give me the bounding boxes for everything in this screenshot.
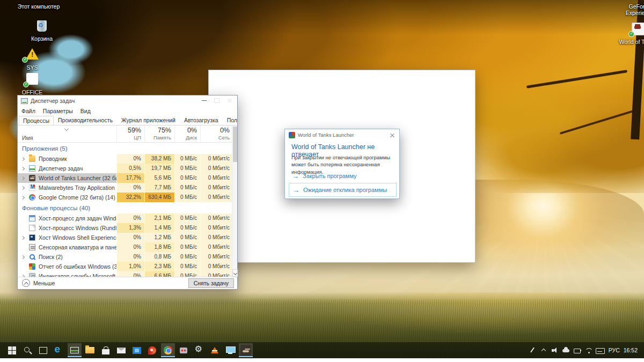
photos-icon[interactable] — [130, 343, 144, 357]
tab-0[interactable]: Процессы — [19, 116, 54, 125]
column-name[interactable]: Имя — [18, 125, 116, 142]
process-row[interactable]: Проводник0%38,2 МБ0 МБ/с0 Мбит/с — [18, 154, 233, 164]
expand-chevron-icon — [21, 235, 25, 239]
scrollbar[interactable] — [232, 125, 237, 277]
maximize-icon[interactable] — [210, 95, 223, 105]
edge-icon[interactable] — [52, 343, 66, 357]
column-disk[interactable]: 0% Диск — [174, 125, 200, 142]
volume-icon[interactable] — [551, 346, 559, 354]
process-name: Диспетчер задач — [39, 165, 83, 172]
fewer-details-label: Меньше — [33, 280, 55, 286]
cpu-value-cell: 0% — [116, 213, 144, 223]
clock[interactable]: 16:52 — [624, 347, 638, 353]
vlc-icon[interactable] — [208, 343, 222, 357]
check-badge-icon — [23, 82, 29, 87]
process-name: Malwarebytes Tray Application (32 бита) — [39, 184, 116, 191]
column-memory[interactable]: 75% Память — [144, 125, 174, 142]
display-app-glyph — [226, 346, 235, 354]
not-responding-dialog[interactable]: World of Tanks Launcher World of Tanks L… — [284, 129, 400, 199]
desktop-icon-sys[interactable]: SYS — [10, 47, 55, 71]
task-manager-window[interactable]: Диспетчер задач ФайлПараметрыВид Процесс… — [17, 95, 238, 290]
world-of-tanks-icon[interactable] — [239, 343, 253, 357]
process-row[interactable]: Хост-процесс Windows (Rundll32)1,3%1,4 М… — [18, 223, 233, 233]
end-task-button[interactable]: Снять задачу — [188, 278, 234, 288]
task-manager-icon[interactable] — [68, 343, 82, 357]
fewer-details-button[interactable]: Меньше — [22, 279, 55, 287]
display-app-icon[interactable] — [223, 343, 237, 357]
process-group-header[interactable]: Фоновые процессы (40) — [18, 202, 233, 213]
wot-icon — [29, 175, 35, 181]
wallpaper-branch — [560, 109, 638, 135]
task-manager-titlebar[interactable]: Диспетчер задач — [18, 95, 237, 106]
mail-icon[interactable] — [114, 343, 128, 357]
process-row[interactable]: Отчет об ошибках Windows (32 бита)1,0%2,… — [18, 262, 233, 271]
process-row[interactable]: Сенсорная клавиатура и панель рукопис...… — [18, 242, 233, 252]
file-explorer-glyph — [85, 347, 94, 353]
cpu-value-cell: 32,2% — [116, 193, 144, 202]
close-program-option[interactable]: → Закрыть программу — [289, 169, 397, 183]
process-name-cell: Индексатор службы Microsoft Windows S... — [18, 271, 116, 277]
desktop-icon-this-pc[interactable]: Этот компьютер — [16, 0, 61, 10]
battery-icon[interactable] — [573, 346, 582, 354]
desktop-icon-label: World of Tanks — [615, 39, 644, 45]
scrollbar-thumb[interactable] — [233, 127, 237, 162]
desktop-icon-geforce[interactable]: GeForce Experience — [617, 0, 644, 17]
disk-value-cell: 0 МБ/с — [174, 193, 200, 202]
expand-chevron-icon — [21, 166, 25, 170]
store-icon[interactable] — [99, 343, 113, 357]
red-app-icon[interactable] — [145, 343, 159, 357]
process-name-cell: Хост-процесс Windows (Rundll32) — [18, 223, 116, 233]
tab-1[interactable]: Производительность — [54, 116, 117, 125]
menu-item[interactable]: Вид — [80, 108, 91, 114]
tab-2[interactable]: Журнал приложений — [117, 116, 180, 125]
net-value-cell: 0 Мбит/с — [200, 262, 233, 271]
language-indicator[interactable]: РУС — [609, 347, 620, 353]
process-row[interactable]: Хост-процесс для задач Windows0%2,1 МБ0 … — [18, 213, 233, 223]
file-explorer-icon[interactable] — [83, 343, 97, 357]
process-row[interactable]: Google Chrome (32 бита) (14)32,2%630,4 М… — [18, 193, 233, 202]
chrome-icon[interactable] — [161, 343, 175, 357]
dialog-titlebar[interactable]: World of Tanks Launcher — [285, 129, 399, 141]
process-group-header[interactable]: Приложения (5) — [18, 143, 233, 154]
settings-icon[interactable] — [192, 343, 206, 357]
desktop-icon-world-of-tanks[interactable]: World of Tanks — [615, 21, 644, 45]
process-row[interactable]: Хост Windows Shell Experience (2)0%1,2 М… — [18, 233, 233, 242]
search-icon[interactable] — [21, 343, 35, 357]
close-icon[interactable] — [223, 95, 236, 105]
desktop-icon-office[interactable]: OFFICE — [10, 72, 55, 95]
cpu-value-cell: 0% — [116, 183, 144, 193]
wifi-icon[interactable] — [584, 346, 593, 354]
wait-for-program-option[interactable]: → Ожидание отклика программы — [289, 183, 397, 197]
process-row[interactable]: Malwarebytes Tray Application (32 бита)0… — [18, 183, 233, 193]
robot-app-glyph — [180, 348, 187, 353]
onedrive-cloud-icon[interactable] — [562, 346, 570, 354]
taskbar: РУС 16:52 — [0, 342, 644, 358]
process-row[interactable]: Индексатор службы Microsoft Windows S...… — [18, 271, 233, 277]
pen-icon[interactable] — [528, 346, 537, 354]
task-view-icon[interactable] — [36, 343, 50, 357]
tab-4[interactable]: Пользователи — [223, 116, 237, 125]
menu-item[interactable]: Параметры — [43, 108, 73, 114]
task-view-glyph — [39, 347, 47, 354]
start-icon[interactable] — [5, 343, 19, 357]
process-row[interactable]: Диспетчер задач0,5%19,7 МБ0 МБ/с0 Мбит/с — [18, 164, 233, 173]
process-row[interactable]: Поиск (2)0%0,8 МБ0 МБ/с0 Мбит/с — [18, 252, 233, 262]
mem-value-cell: 7,7 МБ — [144, 183, 174, 193]
scrollbar-down-icon[interactable] — [232, 269, 238, 277]
desktop-icon-recycle-bin[interactable]: Корзина — [19, 18, 64, 42]
tab-3[interactable]: Автозагрузка — [180, 116, 223, 125]
task-manager-tabs: ПроцессыПроизводительностьЖурнал приложе… — [18, 116, 237, 125]
touch-keyboard-icon[interactable] — [596, 346, 604, 354]
cpu-value-cell: 1,0% — [116, 262, 144, 271]
process-name: Хост Windows Shell Experience (2) — [39, 234, 116, 241]
robot-app-icon[interactable] — [177, 343, 191, 357]
column-network[interactable]: 0% Сеть — [200, 125, 233, 142]
menu-item[interactable]: Файл — [21, 108, 35, 114]
column-cpu[interactable]: 59% ЦП — [116, 125, 144, 142]
process-row[interactable]: World of Tanks Launcher (32 бита)17,7%5,… — [18, 173, 233, 183]
mem-value-cell: 2,1 МБ — [144, 213, 174, 223]
search-icon — [29, 254, 35, 260]
close-icon[interactable] — [389, 132, 396, 138]
minimize-icon[interactable] — [197, 95, 210, 105]
hidden-icons-chevron-icon[interactable] — [539, 346, 548, 354]
